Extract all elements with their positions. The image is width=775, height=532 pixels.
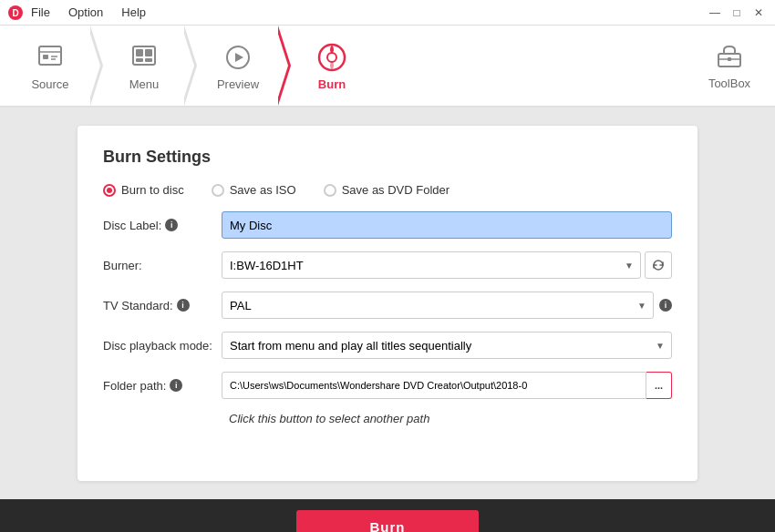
radio-save-iso[interactable]: Save as ISO — [212, 183, 296, 197]
radio-iso-label: Save as ISO — [230, 183, 296, 197]
folder-browse-button[interactable]: ... — [646, 372, 672, 399]
burner-select-wrapper: I:BW-16D1HT ▼ — [222, 251, 641, 279]
disc-label-info-icon[interactable]: i — [165, 219, 178, 231]
toolbox-label: ToolBox — [708, 77, 750, 90]
burner-field: Burner: I:BW-16D1HT ▼ — [103, 251, 672, 279]
card-title: Burn Settings — [103, 148, 672, 167]
maximize-button[interactable]: □ — [728, 4, 746, 22]
radio-circle-iso — [212, 184, 224, 197]
menu-nav-icon — [128, 41, 160, 74]
folder-path-input[interactable] — [222, 372, 646, 399]
disc-label-input[interactable] — [222, 211, 672, 239]
nav-item-preview[interactable]: Preview — [197, 29, 279, 102]
folder-tooltip-area: Click this button to select another path — [103, 412, 672, 425]
nav-item-toolbox[interactable]: ToolBox — [693, 29, 766, 102]
svg-text:D: D — [12, 8, 18, 18]
nav-item-menu[interactable]: Menu — [103, 29, 185, 102]
tv-standard-select-wrapper: PAL NTSC ▼ — [222, 292, 654, 319]
app-logo: D — [7, 5, 24, 21]
svg-rect-19 — [728, 57, 731, 61]
tv-standard-select[interactable]: PAL NTSC — [222, 292, 654, 319]
menu-option[interactable]: Option — [65, 4, 107, 21]
nav-preview-wrapper: Preview — [197, 26, 291, 106]
title-bar: D File Option Help — □ ✕ — [0, 0, 775, 26]
radio-group: Burn to disc Save as ISO Save as DVD Fol… — [103, 183, 672, 197]
main-content: Burn Settings Burn to disc Save as ISO S… — [0, 107, 775, 499]
window-controls: — □ ✕ — [706, 4, 768, 22]
folder-path-wrapper: ... — [222, 372, 672, 399]
burn-icon — [315, 41, 348, 74]
burn-label: Burn — [318, 77, 346, 91]
burn-button[interactable]: Burn — [296, 510, 479, 532]
radio-burn-to-disc[interactable]: Burn to disc — [103, 183, 184, 197]
tv-standard-label: TV Standard: i — [103, 299, 222, 312]
radio-circle-dvd — [324, 184, 336, 197]
playback-mode-label: Disc playback mode: — [103, 339, 222, 353]
nav-items: Source Menu — [9, 26, 373, 106]
svg-rect-2 — [39, 46, 61, 65]
burn-settings-card: Burn Settings Burn to disc Save as ISO S… — [78, 126, 698, 481]
folder-path-label: Folder path: i — [103, 379, 222, 393]
tv-standard-field: TV Standard: i PAL NTSC ▼ i — [103, 292, 672, 319]
preview-label: Preview — [217, 77, 259, 91]
nav-arrow-source — [90, 26, 103, 106]
folder-path-field: Folder path: i ... — [103, 372, 672, 399]
burner-label: Burner: — [103, 259, 222, 272]
menu-nav-label: Menu — [129, 77, 160, 91]
disc-label-label: Disc Label: i — [103, 219, 222, 232]
radio-burn-label: Burn to disc — [121, 183, 184, 197]
svg-rect-4 — [43, 55, 48, 59]
nav-source-wrapper: Source — [9, 26, 103, 106]
menu-file[interactable]: File — [27, 4, 54, 21]
nav-arrow-preview — [278, 26, 291, 106]
radio-dvd-label: Save as DVD Folder — [342, 183, 450, 197]
nav-item-source[interactable]: Source — [9, 29, 91, 102]
close-button[interactable]: ✕ — [749, 4, 768, 22]
burner-refresh-button[interactable] — [645, 251, 672, 279]
nav-arrow-menu — [184, 26, 197, 106]
burn-button-bar: Burn — [0, 499, 775, 532]
burner-select[interactable]: I:BW-16D1HT — [222, 251, 641, 279]
svg-marker-14 — [235, 53, 243, 62]
svg-rect-11 — [136, 58, 143, 62]
playback-mode-select-wrapper: Start from menu and play all titles sequ… — [222, 332, 672, 359]
radio-save-dvd-folder[interactable]: Save as DVD Folder — [324, 183, 450, 197]
source-icon — [34, 41, 67, 74]
folder-path-info-icon[interactable]: i — [170, 379, 182, 392]
playback-mode-field: Disc playback mode: Start from menu and … — [103, 332, 672, 359]
preview-icon — [222, 41, 254, 74]
source-label: Source — [31, 77, 68, 91]
nav-burn-wrapper: Burn — [291, 29, 373, 102]
minimize-button[interactable]: — — [706, 4, 724, 22]
menu-help[interactable]: Help — [118, 4, 150, 21]
tv-standard-info-right-icon[interactable]: i — [659, 299, 672, 312]
svg-point-16 — [327, 53, 336, 62]
folder-path-tooltip: Click this button to select another path — [229, 412, 429, 425]
toolbox-icon — [715, 41, 744, 73]
disc-label-field: Disc Label: i — [103, 211, 672, 239]
menu-bar: File Option Help — [27, 4, 150, 21]
svg-rect-10 — [145, 49, 152, 56]
svg-rect-12 — [145, 58, 152, 62]
nav-bar: Source Menu — [0, 26, 775, 107]
svg-rect-9 — [136, 49, 143, 56]
radio-circle-burn — [103, 184, 116, 197]
tv-standard-info-icon[interactable]: i — [177, 299, 190, 312]
nav-menu-wrapper: Menu — [103, 26, 197, 106]
nav-item-burn[interactable]: Burn — [291, 29, 373, 102]
playback-mode-select[interactable]: Start from menu and play all titles sequ… — [222, 332, 672, 359]
